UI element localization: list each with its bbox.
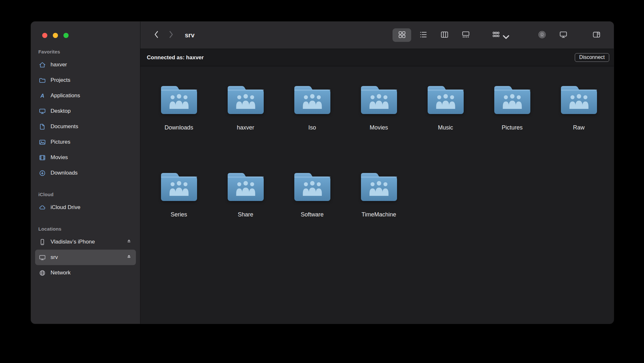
sidebar-toggle-button[interactable] (590, 28, 603, 42)
chevron-left-icon (154, 30, 159, 40)
folder-label: Raw (573, 124, 584, 131)
back-button[interactable] (152, 29, 160, 42)
shared-folder-icon (358, 171, 400, 204)
desktop-icon (38, 107, 46, 115)
chevron-down-icon (502, 33, 506, 37)
shared-folder-icon (158, 84, 200, 117)
sidebar-section-locations: Locations Vladislav’s iPhone srv (35, 226, 136, 281)
forward-button[interactable] (167, 29, 175, 42)
zoom-button[interactable] (63, 33, 69, 38)
group-button[interactable] (490, 28, 508, 42)
minimize-button[interactable] (53, 33, 58, 38)
chevron-right-icon (169, 30, 174, 40)
folder-item[interactable]: Share (212, 171, 279, 218)
eject-button[interactable] (125, 253, 133, 262)
sidebar-item-applications[interactable]: A Applications (35, 88, 136, 103)
folder-label: Downloads (165, 124, 193, 131)
gallery-view-icon (461, 31, 470, 40)
folder-item[interactable]: Movies (346, 84, 412, 131)
sidebar-item-documents[interactable]: Documents (35, 119, 136, 134)
sidebar-item-movies[interactable]: Movies (35, 150, 136, 165)
window-title: srv (185, 32, 194, 39)
sidebar-item-haxver[interactable]: haxver (35, 57, 136, 72)
folder-grid: Downloads haxver (140, 66, 614, 218)
folder-item[interactable]: Downloads (146, 84, 212, 131)
eject-button[interactable] (125, 237, 133, 246)
shared-folder-icon (225, 84, 266, 117)
download-circle-icon (38, 169, 46, 177)
folder-label: Movies (370, 124, 388, 131)
sidebar-item-label: iCloud Drive (51, 204, 80, 211)
applications-icon: A (38, 92, 46, 100)
folder-item[interactable]: Software (279, 171, 346, 218)
connected-as-text: Connected as: haxver (147, 54, 204, 61)
shared-folder-icon (492, 84, 533, 117)
photos-icon (38, 138, 46, 146)
folder-item[interactable]: Iso (279, 84, 346, 131)
section-title: Favorites (35, 49, 136, 54)
sidebar-item-label: srv (51, 254, 58, 261)
folder-label: haxver (237, 124, 254, 131)
shared-folder-icon (358, 84, 400, 117)
shared-folder-icon (558, 84, 600, 117)
folder-label: Share (238, 211, 253, 218)
sidebar-item-desktop[interactable]: Desktop (35, 103, 136, 119)
file-area: Downloads haxver (140, 66, 614, 324)
connection-bar: Connected as: haxver Disconnect (140, 49, 614, 66)
icon-view-button[interactable] (393, 28, 411, 42)
window-controls (35, 22, 136, 38)
sidebar-item-network[interactable]: Network (35, 265, 136, 281)
cloud-icon (38, 204, 46, 212)
sidebar-section-icloud: iCloud iCloud Drive (35, 192, 136, 215)
group-icon (492, 31, 500, 40)
sidebar-item-label: Desktop (51, 108, 71, 114)
grid-view-icon (398, 31, 406, 40)
svg-text:A: A (40, 93, 44, 99)
view-switcher (393, 28, 475, 42)
shared-folder-icon (425, 84, 466, 117)
list-view-icon (419, 31, 428, 40)
folder-item[interactable]: Music (412, 84, 479, 131)
sidebar-item-label: Network (51, 270, 71, 276)
sidebar-item-label: Movies (51, 154, 68, 161)
folder-icon (38, 76, 46, 84)
document-icon (38, 123, 46, 131)
disconnect-button[interactable]: Disconnect (575, 53, 609, 62)
folder-label: Iso (308, 124, 316, 131)
folder-item[interactable]: haxver (212, 84, 279, 131)
section-title: iCloud (35, 192, 136, 197)
home-icon (38, 61, 46, 69)
folder-item[interactable]: Raw (545, 84, 612, 131)
sidebar-item-projects[interactable]: Projects (35, 72, 136, 88)
sidebar-section-favorites: Favorites haxver Projects A Applications (35, 49, 136, 181)
folder-label: Music (438, 124, 453, 131)
list-view-button[interactable] (414, 28, 432, 42)
gallery-view-button[interactable] (456, 28, 475, 42)
screen-share-button[interactable] (557, 28, 570, 42)
sidebar-item-iphone[interactable]: Vladislav’s iPhone (35, 234, 136, 250)
sidebar-item-downloads[interactable]: Downloads (35, 165, 136, 181)
airdrop-button[interactable] (536, 28, 548, 42)
sidebar-item-label: Documents (51, 123, 78, 130)
shared-folder-icon (292, 171, 333, 204)
sidebar-item-label: Pictures (51, 139, 70, 145)
globe-icon (38, 269, 46, 277)
airdrop-icon (538, 31, 546, 40)
folder-item[interactable]: TimeMachine (346, 171, 412, 218)
eject-icon (126, 253, 132, 261)
sidebar-item-icloud-drive[interactable]: iCloud Drive (35, 200, 136, 215)
close-button[interactable] (42, 33, 47, 38)
shared-folder-icon (158, 171, 200, 204)
sidebar-item-pictures[interactable]: Pictures (35, 134, 136, 150)
sidebar-item-label: Projects (51, 77, 70, 83)
column-view-button[interactable] (435, 28, 454, 42)
shared-folder-icon (292, 84, 333, 117)
sidebar-item-srv[interactable]: srv (35, 250, 136, 265)
folder-item[interactable]: Pictures (479, 84, 545, 131)
folder-item[interactable]: Series (146, 171, 212, 218)
sidebar-item-label: haxver (51, 62, 67, 68)
display-icon (38, 253, 46, 262)
folder-label: Pictures (502, 124, 523, 131)
folder-label: TimeMachine (362, 211, 396, 218)
screen-share-icon (559, 31, 568, 40)
